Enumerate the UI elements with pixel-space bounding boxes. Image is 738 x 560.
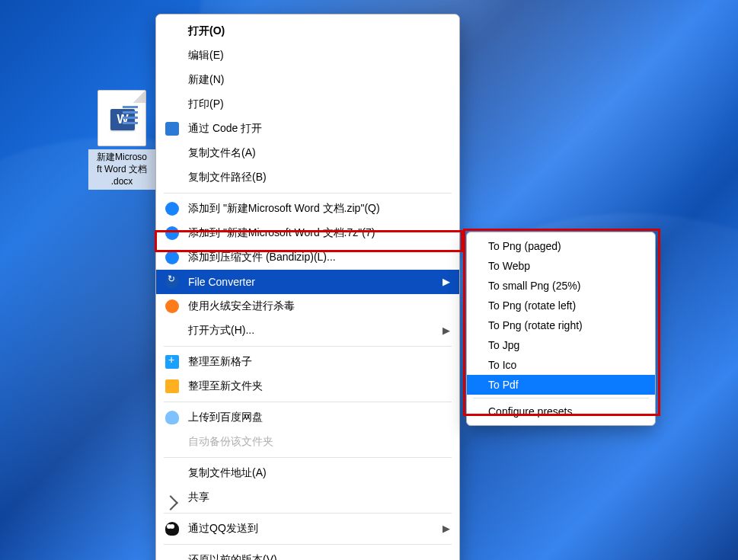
file-converter-submenu[interactable]: To Png (paged)To WebpTo small Png (25%)T… [466, 232, 656, 426]
submenu-item[interactable]: To Png (paged) [467, 236, 655, 256]
menu-item[interactable]: File Converter▶ [156, 270, 459, 294]
menu-item[interactable]: 复制文件地址(A) [156, 461, 459, 485]
ball-icon [165, 202, 179, 216]
submenu-item[interactable]: To Pdf [467, 375, 655, 395]
menu-item[interactable]: 打开(O) [156, 19, 459, 43]
menu-item-label: 复制文件地址(A) [188, 466, 267, 480]
menu-item[interactable]: 整理至新格子 [156, 350, 459, 374]
menu-separator [164, 193, 452, 194]
qq-icon [165, 522, 179, 536]
plus-icon [165, 355, 179, 369]
menu-item[interactable]: 整理至新文件夹 [156, 374, 459, 398]
desktop-file-word[interactable]: W 新建Microso ft Word 文档 .docx [88, 90, 155, 190]
ball-icon [165, 226, 179, 240]
submenu-item[interactable]: To Webp [467, 256, 655, 276]
menu-item-label: 使用火绒安全进行杀毒 [188, 299, 295, 313]
menu-item-label: 共享 [188, 491, 209, 504]
menu-item[interactable]: 新建(N) [156, 68, 459, 92]
menu-item[interactable]: 还原以前的版本(V) [156, 548, 459, 560]
menu-item-label: 添加到 "新建Microsoft Word 文档.zip"(Q) [188, 202, 380, 216]
cloud-icon [165, 411, 179, 424]
file-name: 新建Microso ft Word 文档 .docx [88, 149, 155, 190]
menu-item-label: 整理至新格子 [188, 355, 252, 369]
menu-item[interactable]: 编辑(E) [156, 43, 459, 68]
menu-item[interactable]: 添加到 "新建Microsoft Word 文档.zip"(Q) [156, 197, 459, 221]
submenu-arrow-icon: ▶ [442, 276, 450, 287]
menu-separator [164, 346, 452, 347]
menu-separator [164, 544, 452, 545]
conv-icon [165, 275, 179, 289]
file-lines-decoration [123, 106, 138, 127]
submenu-item[interactable]: To Png (rotate left) [467, 296, 655, 315]
submenu-item[interactable]: Configure presets... [467, 402, 655, 421]
menu-item[interactable]: 复制文件名(A) [156, 141, 459, 165]
menu-item[interactable]: 打开方式(H)...▶ [156, 318, 459, 343]
menu-item[interactable]: 使用火绒安全进行杀毒 [156, 294, 459, 318]
menu-item[interactable]: 上传到百度网盘 [156, 405, 459, 430]
folder-icon [165, 379, 179, 393]
menu-item[interactable]: 通过QQ发送到▶ [156, 517, 459, 541]
menu-item-label: 打开(O) [188, 24, 225, 38]
context-menu[interactable]: 打开(O)编辑(E)新建(N)打印(P)通过 Code 打开复制文件名(A)复制… [155, 14, 460, 560]
menu-item-label: 还原以前的版本(V) [188, 553, 277, 560]
menu-separator [164, 513, 452, 514]
ball-icon [165, 299, 179, 313]
menu-item-label: 通过QQ发送到 [188, 522, 258, 536]
menu-item-label: File Converter [188, 276, 255, 288]
code-icon [165, 122, 179, 136]
menu-item[interactable]: 复制文件路径(B) [156, 165, 459, 190]
share-icon [163, 495, 178, 510]
menu-item[interactable]: 添加到压缩文件 (Bandizip)(L)... [156, 245, 459, 270]
menu-item: 自动备份该文件夹 [156, 430, 459, 454]
menu-item-label: 新建(N) [188, 73, 224, 87]
menu-item-label: 整理至新文件夹 [188, 379, 263, 393]
menu-item-label: 复制文件路径(B) [188, 171, 267, 184]
menu-separator [164, 402, 452, 402]
menu-item-label: 编辑(E) [188, 49, 224, 62]
ball-icon [165, 251, 179, 264]
submenu-arrow-icon: ▶ [442, 325, 450, 336]
menu-item-label: 复制文件名(A) [188, 146, 256, 160]
menu-separator [473, 398, 649, 398]
menu-item[interactable]: 共享 [156, 485, 459, 510]
file-icon: W [97, 90, 146, 146]
menu-item-label: 自动备份该文件夹 [188, 435, 273, 449]
menu-item[interactable]: 添加到 "新建Microsoft Word 文档.7z"(7) [156, 221, 459, 245]
menu-item-label: 上传到百度网盘 [188, 411, 263, 424]
menu-item-label: 通过 Code 打开 [188, 122, 262, 136]
submenu-arrow-icon: ▶ [442, 523, 450, 534]
submenu-item[interactable]: To Jpg [467, 335, 655, 355]
menu-separator [164, 457, 452, 458]
menu-item-label: 添加到压缩文件 (Bandizip)(L)... [188, 251, 336, 264]
submenu-item[interactable]: To Ico [467, 355, 655, 375]
menu-item-label: 打印(P) [188, 98, 224, 111]
menu-item[interactable]: 通过 Code 打开 [156, 117, 459, 141]
submenu-item[interactable]: To Png (rotate right) [467, 315, 655, 335]
menu-item-label: 打开方式(H)... [188, 324, 254, 338]
menu-item-label: 添加到 "新建Microsoft Word 文档.7z"(7) [188, 226, 375, 240]
menu-item[interactable]: 打印(P) [156, 92, 459, 117]
submenu-item[interactable]: To small Png (25%) [467, 276, 655, 296]
